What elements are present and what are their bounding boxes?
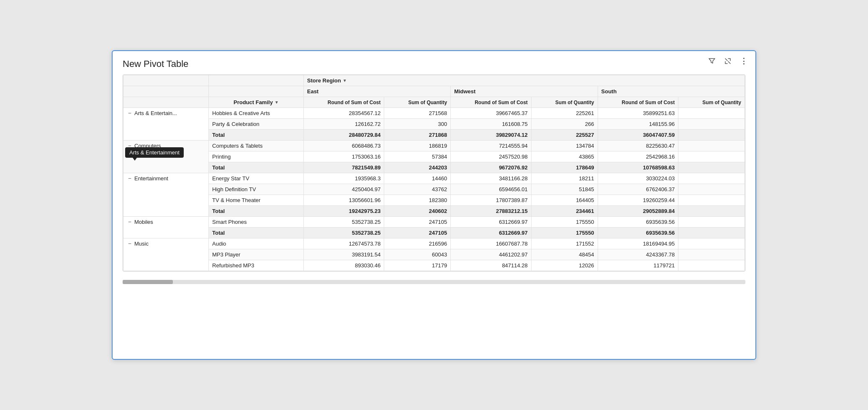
table-row: − Music Audio12674573.7821659616607687.7… (123, 238, 745, 249)
data-cell: 134784 (531, 141, 598, 151)
data-cell: 51845 (531, 184, 598, 195)
table-row: Party & Celebration126162.72300161608.75… (123, 119, 745, 130)
total-data-cell: 178649 (531, 162, 598, 173)
total-data-cell (678, 228, 745, 238)
total-data-cell (678, 162, 745, 173)
category-label-4: Music (134, 241, 149, 247)
total-label-cell: Total (209, 228, 304, 238)
product-family-dropdown-arrow[interactable]: ▼ (275, 100, 279, 105)
midwest-region-header: Midwest (451, 86, 598, 97)
empty-header-2 (209, 75, 304, 86)
data-cell: 57384 (384, 151, 451, 162)
table-row: Refurbished MP3893030.4617179847114.2812… (123, 260, 745, 271)
store-region-dropdown-arrow[interactable]: ▼ (343, 78, 347, 83)
product-family-cell: TV & Home Theater (209, 195, 304, 206)
store-region-label-text: Store Region (307, 77, 341, 84)
collapse-button-1[interactable]: − (127, 143, 133, 149)
data-cell: 4250404.97 (303, 184, 384, 195)
product-family-cell: Printing (209, 151, 304, 162)
data-cell: 3481166.28 (451, 173, 532, 184)
product-family-cell: MP3 Player (209, 249, 304, 260)
data-cell: 300 (384, 119, 451, 130)
data-cell (678, 249, 745, 260)
data-cell: 164405 (531, 195, 598, 206)
data-cell: 847114.28 (451, 260, 532, 271)
data-cell: 16607687.78 (451, 238, 532, 249)
data-cell (678, 151, 745, 162)
collapse-button-4[interactable]: − (127, 241, 133, 247)
empty-header-5 (123, 97, 209, 108)
collapse-button-3[interactable]: − (127, 219, 133, 225)
data-cell (678, 141, 745, 151)
total-data-cell: 7821549.89 (303, 162, 384, 173)
total-label-cell: Total (209, 130, 304, 141)
data-cell: 225261 (531, 108, 598, 119)
data-cell: 7214555.94 (451, 141, 532, 151)
data-cell: 171552 (531, 238, 598, 249)
total-data-cell: 28480729.84 (303, 130, 384, 141)
horizontal-scrollbar[interactable] (123, 280, 745, 284)
table-row: − Entertainment Energy Star TV1935968.31… (123, 173, 745, 184)
filter-icon[interactable] (706, 55, 718, 67)
more-options-icon[interactable]: ⋮ (738, 55, 750, 67)
total-data-cell: 240602 (384, 206, 451, 217)
total-data-cell: 10768598.63 (598, 162, 678, 173)
pivot-table: Store Region ▼ East Midwest South (123, 75, 745, 271)
data-cell (678, 108, 745, 119)
data-cell: 266 (531, 119, 598, 130)
data-cell: 28354567.12 (303, 108, 384, 119)
data-cell: 18211 (531, 173, 598, 184)
data-cell: 1179721 (598, 260, 678, 271)
category-cell-3: − Mobiles (123, 217, 209, 238)
data-cell: 893030.46 (303, 260, 384, 271)
data-cell: 4461202.97 (451, 249, 532, 260)
total-data-cell: 175550 (531, 228, 598, 238)
category-label-3: Mobiles (134, 219, 153, 225)
data-cell: 161608.75 (451, 119, 532, 130)
product-family-cell: Computers & Tablets (209, 141, 304, 151)
category-cell-0: − Arts & Entertain... (123, 108, 209, 141)
product-family-cell: Smart Phones (209, 217, 304, 228)
data-cell: 247105 (384, 217, 451, 228)
empty-header-3 (123, 86, 209, 97)
data-cell (678, 195, 745, 206)
table-row: − Computers Computers & Tablets6068486.7… (123, 141, 745, 151)
expand-icon[interactable] (722, 55, 734, 67)
data-cell (678, 173, 745, 184)
product-family-cell: Hobbies & Creative Arts (209, 108, 304, 119)
total-data-cell: 247105 (384, 228, 451, 238)
pivot-table-window: ⋮ New Pivot Table Arts & Entertainment S… (112, 50, 756, 360)
east-cost-header: Round of Sum of Cost (303, 97, 384, 108)
product-family-header-cell[interactable]: Product Family ▼ (209, 97, 304, 108)
table-row: Printing1753063.16573842457520.984386525… (123, 151, 745, 162)
store-region-header[interactable]: Store Region ▼ (303, 75, 745, 86)
product-family-cell: Audio (209, 238, 304, 249)
data-cell: 43865 (531, 151, 598, 162)
category-label-0: Arts & Entertain... (134, 110, 177, 116)
total-data-cell: 271868 (384, 130, 451, 141)
total-data-cell: 29052889.84 (598, 206, 678, 217)
category-label-2: Entertainment (134, 175, 168, 182)
total-data-cell: 9672076.92 (451, 162, 532, 173)
table-row: − Arts & Entertain... Hobbies & Creative… (123, 108, 745, 119)
data-cell: 13056601.96 (303, 195, 384, 206)
total-data-cell: 234461 (531, 206, 598, 217)
total-data-cell (678, 130, 745, 141)
collapse-button-0[interactable]: − (127, 110, 133, 116)
product-family-cell: Energy Star TV (209, 173, 304, 184)
horizontal-scrollbar-thumb[interactable] (123, 280, 173, 284)
east-region-header: East (303, 86, 450, 97)
data-cell: 175550 (531, 217, 598, 228)
collapse-button-2[interactable]: − (127, 176, 133, 182)
total-data-cell (678, 206, 745, 217)
data-cell: 18169494.95 (598, 238, 678, 249)
data-cell: 35899251.63 (598, 108, 678, 119)
data-cell: 6068486.73 (303, 141, 384, 151)
data-cell: 186819 (384, 141, 451, 151)
data-cell: 12026 (531, 260, 598, 271)
data-cell: 1753063.16 (303, 151, 384, 162)
data-cell: 271568 (384, 108, 451, 119)
data-cell: 6594656.01 (451, 184, 532, 195)
total-data-cell: 6935639.56 (598, 228, 678, 238)
toolbar: ⋮ (706, 55, 750, 67)
